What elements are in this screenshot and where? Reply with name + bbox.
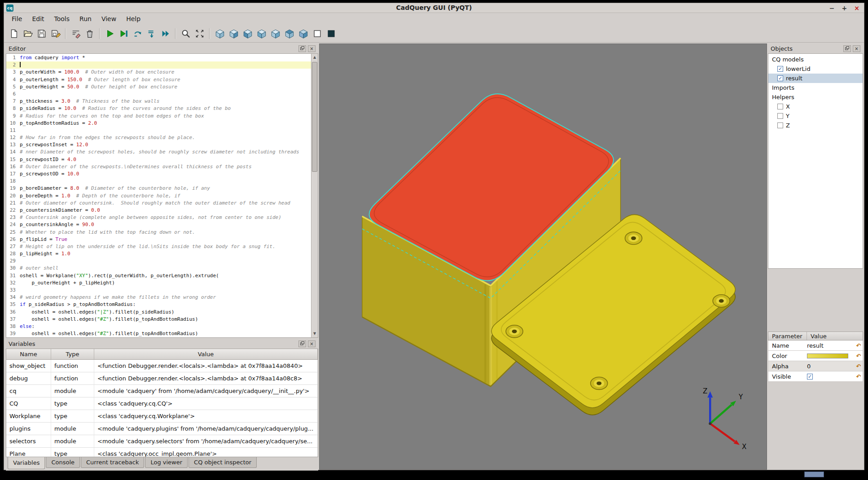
shaded-toggle-button[interactable]	[324, 26, 338, 40]
code-line[interactable]: 36 oshell = oshell.edges("|Z").fillet(p_…	[6, 309, 311, 316]
save-button[interactable]	[35, 26, 48, 40]
column-header-type[interactable]: Type	[51, 349, 94, 359]
debug-button[interactable]	[117, 26, 131, 40]
menu-run[interactable]: Run	[75, 14, 96, 24]
code-line[interactable]: 26p_flipLid = True	[6, 236, 311, 243]
code-line[interactable]: 32 p_outerHeight + p_lipHeight)	[6, 279, 311, 287]
tree-group-imports[interactable]: Imports	[768, 83, 863, 92]
delete-button[interactable]	[83, 26, 96, 40]
code-line[interactable]: 38else:	[6, 323, 311, 330]
param-row-alpha[interactable]: Alpha0↶	[768, 361, 863, 371]
checkbox-x[interactable]	[777, 104, 783, 109]
editor-close-button[interactable]: ×	[308, 45, 316, 52]
objects-float-button[interactable]	[843, 45, 851, 52]
maximize-button[interactable]: +	[842, 4, 847, 13]
tab-cq-object-inspector[interactable]: CQ object inspector	[189, 457, 257, 468]
titlebar[interactable]: cq CadQuery GUI (PyQT) − + ×	[4, 3, 864, 13]
tree-group-cq-models[interactable]: CQ models	[768, 55, 863, 64]
view-top-button[interactable]	[282, 26, 296, 40]
code-line[interactable]: 7p_thickness = 3.0 # Thickness of the bo…	[6, 98, 311, 105]
checkbox-lowerlid[interactable]: ✓	[777, 66, 783, 72]
tree-item-x[interactable]: X	[768, 102, 863, 111]
step-into-button[interactable]	[145, 26, 158, 40]
reset-icon[interactable]: ↶	[855, 353, 863, 359]
variable-row-cq[interactable]: cqmodule<module 'cadquery' from '/home/a…	[6, 385, 318, 397]
run-button[interactable]	[103, 26, 117, 40]
variable-row-selectors[interactable]: selectorsmodule<module 'cadquery.selecto…	[6, 435, 318, 448]
fit-view-button[interactable]	[193, 26, 206, 40]
checkbox-y[interactable]	[777, 113, 783, 119]
code-line[interactable]: 17p_screwpostOD = 10.0	[6, 170, 311, 178]
code-line[interactable]: 24p_countersinkAngle = 90.0	[6, 221, 311, 228]
close-button[interactable]: ×	[854, 4, 859, 13]
view-right-button[interactable]	[268, 26, 282, 40]
open-file-button[interactable]	[21, 26, 35, 40]
code-line[interactable]: 21# Outer diameter of countersink. Shoul…	[6, 200, 311, 207]
menu-view[interactable]: View	[96, 14, 121, 24]
view-back-button[interactable]	[241, 26, 254, 40]
checkbox-result[interactable]: ✓	[777, 75, 783, 81]
tab-variables[interactable]: Variables	[8, 457, 45, 469]
variable-row-plane[interactable]: Planetype<class 'cadquery.occ_impl.geom.…	[6, 448, 318, 457]
code-editor[interactable]: 1from cadquery import *23p_outerWidth = …	[6, 53, 318, 338]
menu-edit[interactable]: Edit	[27, 14, 49, 24]
code-line[interactable]: 20p_boreDepth = 1.0 # Depth of the count…	[6, 192, 311, 200]
code-line[interactable]: 3p_outerWidth = 100.0 # Outer width of b…	[6, 69, 311, 76]
tree-group-helpers[interactable]: Helpers	[768, 92, 863, 102]
variable-row-cq[interactable]: CQtype<class 'cadquery.cq.CQ'>	[6, 397, 318, 410]
code-line[interactable]: 14# nner Diameter of the screwpost holes…	[6, 148, 311, 156]
code-line[interactable]: 18	[6, 178, 311, 185]
variables-table[interactable]: NameTypeValue show_objectfunction<functi…	[6, 349, 318, 457]
reset-icon[interactable]: ↶	[855, 373, 863, 380]
code-line[interactable]: 12# How far in from the edges the screwp…	[6, 134, 311, 141]
clear-button[interactable]	[69, 26, 83, 40]
code-line[interactable]: 9# Radius for the curves on the top and …	[6, 113, 311, 120]
checkbox-z[interactable]	[777, 122, 783, 128]
code-line[interactable]: 29	[6, 257, 311, 265]
code-line[interactable]: 33	[6, 287, 311, 294]
tree-item-z[interactable]: Z	[768, 121, 863, 130]
save-as-button[interactable]	[48, 26, 62, 40]
tree-item-result[interactable]: ✓result	[768, 74, 863, 83]
code-line[interactable]: 16# Outer Diameter of the screwposts.\nD…	[6, 163, 311, 170]
variable-row-show-object[interactable]: show_objectfunction<function Debugger.re…	[6, 360, 318, 372]
scroll-down-icon[interactable]: ▼	[311, 330, 318, 337]
code-line[interactable]: 34# weird geometry happens if we make th…	[6, 294, 311, 301]
code-line[interactable]: 30# outer shell	[6, 265, 311, 272]
code-line[interactable]: 5p_outerHeight = 50.0 # Outer height of …	[6, 83, 311, 91]
variable-row-debug[interactable]: debugfunction<function Debugger.render.<…	[6, 372, 318, 385]
code-line[interactable]: 4p_outerLength = 150.0 # Outer length of…	[6, 76, 311, 83]
menu-tools[interactable]: Tools	[49, 14, 75, 24]
param-value[interactable]: ✓	[807, 374, 855, 380]
continue-button[interactable]	[158, 26, 172, 40]
code-line[interactable]: 35if p_sideRadius > p_topAndBottomRadius…	[6, 301, 311, 308]
code-line[interactable]: 25# Whether to place the lid with the to…	[6, 229, 311, 236]
scrollbar-thumb[interactable]	[312, 62, 317, 172]
code-line[interactable]: 6	[6, 91, 311, 98]
viewport-3d[interactable]: Z Y X	[319, 44, 767, 470]
tab-current-traceback[interactable]: Current traceback	[81, 457, 144, 468]
code-line[interactable]: 10p_topAndBottomRadius = 2.0	[6, 120, 311, 127]
code-line[interactable]: 28p_lipHeight = 1.0	[6, 250, 311, 257]
minimize-button[interactable]: −	[829, 4, 835, 13]
editor-float-button[interactable]	[298, 45, 306, 52]
objects-close-button[interactable]: ×	[853, 45, 860, 52]
variable-row-plugins[interactable]: pluginsmodule<module 'cadquery.plugins' …	[6, 423, 318, 435]
view-left-button[interactable]	[254, 26, 268, 40]
code-line[interactable]: 2	[6, 61, 311, 69]
code-line[interactable]: 15p_screwpostID = 4.0	[6, 156, 311, 163]
param-row-visible[interactable]: Visible✓↶	[768, 371, 863, 382]
code-line[interactable]: 31oshell = Workplane("XY").rect(p_outerW…	[6, 272, 311, 279]
code-line[interactable]: 1from cadquery import *	[6, 54, 311, 61]
code-line[interactable]: 39 oshell = oshell.edges("#Z").fillet(p_…	[6, 330, 311, 337]
param-value[interactable]: result	[807, 342, 855, 349]
visible-checkbox[interactable]: ✓	[807, 374, 813, 380]
tree-item-lowerlid[interactable]: ✓lowerLid	[768, 64, 863, 74]
color-swatch[interactable]	[807, 353, 848, 358]
tree-item-y[interactable]: Y	[768, 111, 863, 121]
variables-float-button[interactable]	[298, 340, 306, 347]
menu-help[interactable]: Help	[121, 14, 145, 24]
objects-tree[interactable]: CQ models✓lowerLid✓resultImportsHelpersX…	[768, 53, 863, 269]
variable-row-workplane[interactable]: Workplanetype<class 'cadquery.cq.Workpla…	[6, 410, 318, 423]
code-line[interactable]: 22p_countersinkDiameter = 0.0	[6, 207, 311, 214]
